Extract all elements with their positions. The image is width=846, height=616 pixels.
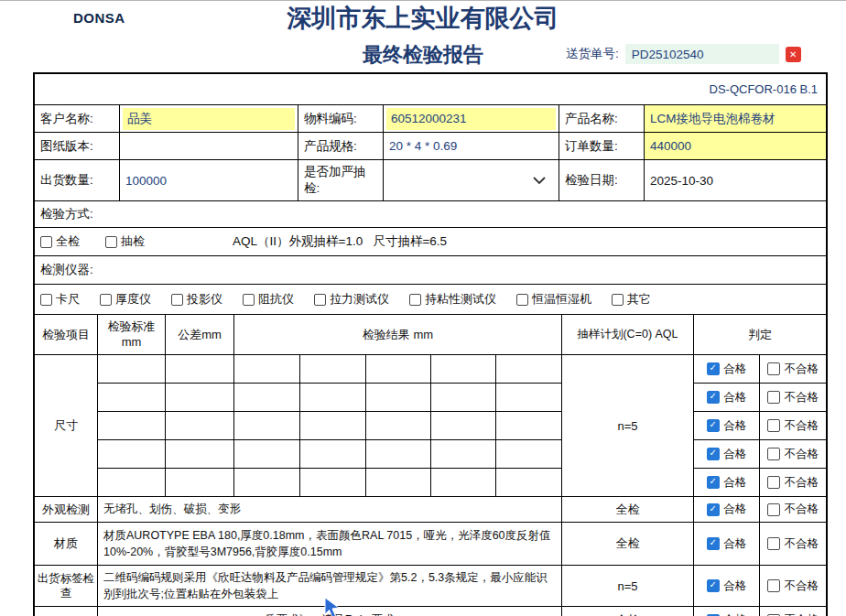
strict-sampling-select[interactable] [384,160,559,201]
result-cell[interactable] [300,412,366,440]
fail-label: 不合格 [785,362,819,377]
result-cell[interactable] [431,412,496,440]
pass-checkbox[interactable] [707,391,720,404]
caliper-checkbox[interactable] [40,294,52,306]
result-cell[interactable] [166,469,234,497]
pass-checkbox[interactable] [707,362,720,375]
inspection-report-sheet: DS-QCFOR-016 B.1 客户名称: 品美 物料编码: 60512000… [33,72,828,616]
result-cell[interactable] [300,469,366,497]
result-cell[interactable] [234,384,300,412]
result-cell[interactable] [496,469,562,497]
fail-label: 不合格 [785,418,819,434]
fail-checkbox[interactable] [767,448,780,460]
chevron-down-icon [533,177,546,184]
impedance-checkbox[interactable] [243,294,255,306]
result-cell[interactable] [98,355,166,384]
fail-checkbox[interactable] [767,537,780,550]
material-criteria: 材质AUROTYPE EBA 180,厚度0.18mm，表面颜色RAL 7015… [98,523,562,566]
ship-qty-value[interactable]: 100000 [120,160,298,201]
fail-checkbox[interactable] [767,362,780,375]
result-cell[interactable] [496,355,562,384]
result-cell[interactable] [98,384,166,412]
result-cell[interactable] [496,412,562,440]
adhesion-tester-checkbox[interactable] [409,294,421,306]
method-option-sampling: 抽检 [105,233,145,250]
thickness-gauge-checkbox[interactable] [100,294,112,306]
verdict-pass-cell: 合格 [694,566,760,607]
result-cell[interactable] [166,384,234,412]
result-cell[interactable] [366,469,431,497]
result-cell[interactable] [431,384,496,412]
pass-checkbox[interactable] [707,448,720,460]
header-tolerance: 公差mm [166,315,234,355]
result-cell[interactable] [496,440,562,469]
fail-checkbox[interactable] [767,419,780,432]
product-name-input[interactable]: LCM接地导电泡棉卷材 [645,105,826,133]
result-cell[interactable] [166,412,234,440]
result-cell[interactable] [98,440,166,469]
projector-checkbox[interactable] [171,294,183,306]
fail-checkbox[interactable] [767,391,780,404]
drawing-version-value[interactable] [120,133,298,160]
result-cell[interactable] [366,384,431,412]
fail-checkbox[interactable] [767,579,780,592]
result-cell[interactable] [366,355,431,384]
result-cell[interactable] [166,440,234,469]
verdict-fail-cell: 不合格 [760,607,826,616]
result-cell[interactable] [300,440,366,469]
material-code-input[interactable]: 60512000231 [386,108,556,130]
material-plan: 全检 [562,523,694,566]
climate-chamber-checkbox[interactable] [516,294,528,306]
inspection-date-value[interactable]: 2025-10-30 [645,160,826,201]
tension-tester-checkbox[interactable] [314,294,326,306]
row-item-rohs [35,607,98,616]
strict-sampling-label: 是否加严抽检: [298,160,384,201]
pass-label: 合格 [724,418,747,434]
pass-label: 合格 [724,390,747,405]
result-cell[interactable] [300,384,366,412]
result-cell[interactable] [366,412,431,440]
other-instrument-checkbox[interactable] [612,294,624,306]
result-cell[interactable] [431,440,496,469]
verdict-fail-cell: 不合格 [760,412,826,440]
projector-label: 投影仪 [187,291,222,308]
result-cell[interactable] [300,355,366,384]
instruments-title: 检测仪器: [35,256,826,285]
result-cell[interactable] [234,469,300,497]
row-item-shipping-label: 出货标签检查 [35,566,98,607]
customer-name-input[interactable]: 品美 [123,108,295,130]
fail-checkbox[interactable] [767,476,780,489]
pass-checkbox[interactable] [707,476,720,489]
result-cell[interactable] [496,384,562,412]
result-cell[interactable] [166,355,234,384]
pass-label: 合格 [724,362,747,377]
pass-checkbox[interactable] [707,419,720,432]
pass-checkbox[interactable] [707,503,720,516]
result-cell[interactable] [234,355,300,384]
sampling-inspection-checkbox[interactable] [105,236,117,248]
delivery-number-input[interactable]: PD25102540 [625,44,779,64]
result-cell[interactable] [234,440,300,469]
pass-checkbox[interactable] [707,537,720,550]
adhesion-tester-label: 持粘性测试仪 [425,291,496,308]
verdict-pass-cell: 合格 [694,607,760,616]
result-cell[interactable] [366,440,431,469]
flag-icon[interactable] [786,47,801,62]
sampling-inspection-label: 抽检 [121,233,145,250]
result-cell[interactable] [98,469,166,497]
full-inspection-checkbox[interactable] [40,236,52,248]
result-cell[interactable] [431,355,496,384]
verdict-fail-cell: 不合格 [760,523,826,566]
header-plan: 抽样计划(C=0) AQL [562,315,694,355]
instrument-thickness-gauge: 厚度仪 [100,291,151,308]
row-item-dimension: 尺寸 [35,355,98,497]
result-cell[interactable] [234,412,300,440]
result-cell[interactable] [98,412,166,440]
product-spec-value[interactable]: 20 * 4 * 0.69 [384,133,559,160]
pass-checkbox[interactable] [707,579,720,592]
result-cell[interactable] [431,469,496,497]
fail-checkbox[interactable] [767,503,780,516]
pass-label: 合格 [724,612,747,616]
order-qty-input[interactable]: 440000 [645,133,826,160]
order-qty-label: 订单数量: [559,133,645,160]
